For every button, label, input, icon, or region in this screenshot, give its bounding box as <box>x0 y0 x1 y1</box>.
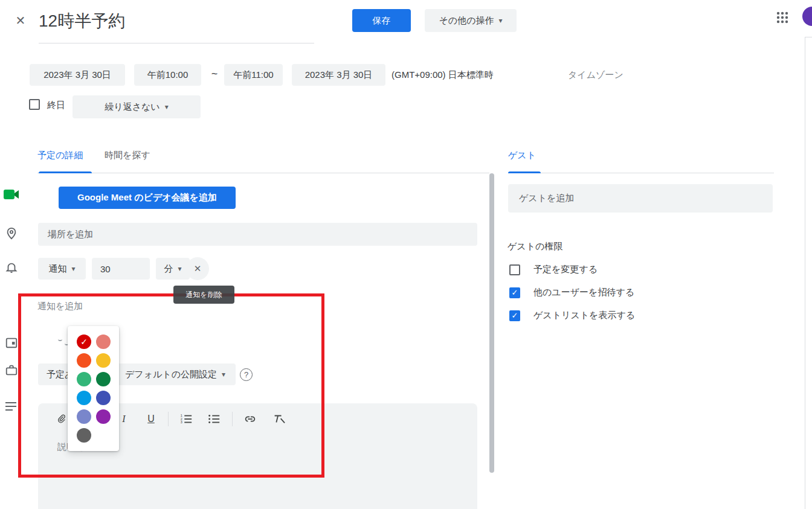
guests-tabs-divider <box>508 173 774 173</box>
see-guest-list-checkbox[interactable]: ✓ <box>509 310 520 321</box>
bell-icon <box>5 260 18 277</box>
color-swatch-sage[interactable] <box>77 372 91 386</box>
guests-active-tab-indicator <box>508 171 541 173</box>
color-swatch-tangerine[interactable] <box>77 353 91 368</box>
notification-type-label: 通知 <box>48 263 66 275</box>
color-swatch-lavender[interactable] <box>77 409 91 424</box>
modify-event-checkbox[interactable]: ✓ <box>509 264 520 275</box>
active-tab-indicator <box>39 171 92 173</box>
timezone-value: (GMT+09:00) 日本標準時 <box>392 69 494 81</box>
title-underline <box>39 43 314 43</box>
end-date-button[interactable]: 2023年 3月 30日 <box>292 64 385 86</box>
location-pin-icon <box>5 226 18 244</box>
google-meet-icon <box>3 188 20 201</box>
save-button[interactable]: 保存 <box>352 9 411 32</box>
recurrence-label: 繰り返さない <box>105 101 160 113</box>
all-day-label: 終日 <box>47 100 65 111</box>
avatar[interactable] <box>802 7 812 26</box>
close-icon[interactable]: ✕ <box>13 13 28 28</box>
chevron-down-icon: ▾ <box>499 16 503 25</box>
selected-check-icon: ✓ <box>80 337 88 347</box>
visibility-help-icon[interactable]: ? <box>240 368 253 381</box>
end-time-button[interactable]: 午前11:00 <box>224 64 283 86</box>
color-swatch-tomato[interactable]: ✓ <box>77 335 91 349</box>
event-title-input[interactable]: 12時半予約 <box>39 10 125 33</box>
visibility-label: デフォルトの公開設定 <box>125 369 217 380</box>
tab-event-details[interactable]: 予定の詳細 <box>37 150 83 161</box>
add-guests-placeholder: ゲストを追加 <box>519 193 574 204</box>
right-panel-border-top <box>805 37 812 37</box>
permission-label: 他のユーザーを招待する <box>533 287 634 298</box>
chevron-down-icon: ▾ <box>165 103 169 111</box>
underline-icon[interactable]: U <box>144 412 158 426</box>
obscured-text-fragment <box>58 337 62 341</box>
right-panel-border <box>805 37 805 509</box>
apps-grid-icon[interactable] <box>776 11 789 24</box>
color-picker-popup: ✓ <box>68 326 119 451</box>
notification-unit-dropdown[interactable]: 分 ▾ <box>156 258 190 280</box>
color-swatch-banana[interactable] <box>96 353 111 368</box>
more-actions-label: その他の操作 <box>439 15 494 27</box>
numbered-list-icon[interactable]: 123 <box>179 412 193 426</box>
insert-link-icon[interactable] <box>243 412 257 426</box>
color-swatch-grape[interactable] <box>96 409 111 424</box>
visibility-dropdown[interactable]: デフォルトの公開設定 ▾ <box>115 363 236 385</box>
location-input[interactable]: 場所を追加 <box>38 223 477 246</box>
add-meet-button[interactable]: Google Meet のビデオ会議を追加 <box>59 187 236 209</box>
color-swatch-peacock[interactable] <box>77 391 91 405</box>
recurrence-dropdown[interactable]: 繰り返さない ▾ <box>72 95 201 118</box>
location-placeholder: 場所を追加 <box>48 229 93 240</box>
time-range-tilde: ~ <box>208 68 221 80</box>
permission-label: 予定を変更する <box>533 264 598 275</box>
permission-row-see-guest-list: ✓ ゲストリストを表示する <box>509 310 635 321</box>
permission-row-invite: ✓ 他のユーザーを招待する <box>509 287 634 298</box>
start-time-button[interactable]: 午前10:00 <box>134 64 201 86</box>
guest-permissions-title: ゲストの権限 <box>507 241 562 252</box>
toolbar-divider <box>168 412 169 426</box>
color-swatch-blueberry[interactable] <box>96 391 111 405</box>
color-swatch-flamingo[interactable] <box>96 335 111 349</box>
color-swatch-graphite[interactable] <box>77 428 91 443</box>
tab-find-time[interactable]: 時間を探す <box>105 150 150 161</box>
notification-value-input[interactable]: 30 <box>92 258 150 280</box>
chevron-down-icon: ▾ <box>178 264 181 273</box>
add-notification-button[interactable]: 通知を追加 <box>37 301 83 312</box>
chevron-down-icon: ▾ <box>71 264 75 273</box>
notification-unit-label: 分 <box>164 263 173 275</box>
tabs-divider <box>37 173 489 173</box>
all-day-checkbox[interactable]: ✓ <box>29 99 40 110</box>
vertical-scrollbar[interactable] <box>489 173 494 473</box>
more-actions-button[interactable]: その他の操作 ▾ <box>425 9 517 32</box>
chevron-down-icon: ▾ <box>222 370 225 379</box>
svg-text:3: 3 <box>181 420 182 424</box>
invite-others-checkbox[interactable]: ✓ <box>509 287 520 298</box>
bulleted-list-icon[interactable] <box>207 412 221 426</box>
permission-label: ゲストリストを表示する <box>533 310 635 321</box>
color-swatch-basil[interactable] <box>96 372 111 386</box>
timezone-button[interactable]: タイムゾーン <box>568 69 624 81</box>
notification-type-dropdown[interactable]: 通知 ▾ <box>38 258 86 280</box>
calendar-icon <box>5 336 18 351</box>
attach-file-icon[interactable] <box>54 412 69 426</box>
event-edit-page: ✕ 12時半予約 保存 その他の操作 ▾ 2023年 3月 30日 午前10:0… <box>0 0 812 509</box>
toolbar-divider <box>232 412 233 426</box>
clear-formatting-icon[interactable] <box>271 412 286 426</box>
description-icon <box>4 400 18 414</box>
remove-notification-icon[interactable]: ✕ <box>186 257 209 280</box>
tab-guests[interactable]: ゲスト <box>508 150 536 161</box>
add-guests-input[interactable]: ゲストを追加 <box>508 184 773 213</box>
briefcase-icon <box>5 363 18 379</box>
start-date-button[interactable]: 2023年 3月 30日 <box>30 64 125 86</box>
remove-notification-tooltip: 通知を削除 <box>173 286 234 304</box>
permission-row-modify: ✓ 予定を変更する <box>509 264 598 275</box>
